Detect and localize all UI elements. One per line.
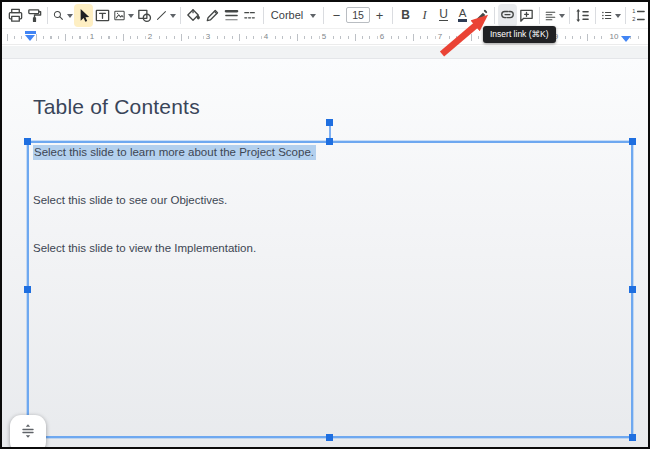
border-weight-icon — [223, 7, 240, 24]
first-line-indent-icon — [25, 31, 36, 34]
zoom-button[interactable] — [51, 4, 74, 27]
chevron-down-icon — [615, 14, 621, 21]
resize-handle-bottom-middle[interactable] — [326, 434, 333, 441]
slide-title[interactable]: Table of Contents — [33, 95, 200, 119]
font-size-input[interactable] — [346, 7, 370, 23]
workspace: Table of Contents Select this slide to l… — [2, 46, 648, 447]
numbered-list-icon: 12 — [630, 7, 647, 24]
text-box[interactable]: Select this slide to learn more about th… — [27, 141, 633, 438]
numbered-list-button[interactable]: 12 — [629, 4, 648, 27]
ruler-mark: 6 — [378, 32, 386, 42]
resize-handle-bottom-right[interactable] — [629, 434, 636, 441]
textbox-line[interactable]: Select this slide to learn more about th… — [33, 145, 625, 160]
toolbar-divider — [392, 7, 393, 24]
insert-image-icon — [113, 7, 126, 24]
increase-font-size-button[interactable]: + — [370, 4, 389, 27]
insert-line-button[interactable] — [154, 4, 177, 27]
add-comment-button[interactable] — [517, 4, 536, 27]
insert-link-tooltip: Insert link (⌘K) — [483, 26, 556, 43]
resize-handle-middle-right[interactable] — [629, 286, 636, 293]
paint-format-button[interactable] — [25, 4, 44, 27]
ruler-mark: 1 — [88, 32, 96, 42]
autofit-button[interactable] — [10, 415, 46, 449]
text-color-button[interactable]: A — [453, 4, 472, 27]
bulleted-list-button[interactable] — [599, 4, 622, 27]
print-button[interactable] — [6, 4, 25, 27]
toolbar-divider — [263, 7, 264, 24]
italic-button[interactable]: I — [415, 4, 434, 27]
insert-link-button[interactable] — [498, 4, 517, 27]
insert-shape-icon — [136, 7, 153, 24]
ruler-mark: 7 — [436, 32, 444, 42]
toolbar-divider — [494, 7, 495, 24]
align-button[interactable] — [543, 4, 566, 27]
ruler-mark: 5 — [320, 32, 328, 42]
select-tool-button[interactable] — [74, 4, 93, 27]
svg-text:1: 1 — [632, 8, 635, 14]
font-family-selector[interactable]: Corbel — [267, 4, 320, 27]
toolbar: Corbel − + B I U A — [2, 2, 648, 29]
resize-handle-top-middle[interactable] — [326, 138, 333, 145]
text-box-icon — [94, 7, 111, 24]
toolbar-divider — [323, 7, 324, 24]
textbox-line[interactable]: Select this slide to view the Implementa… — [33, 241, 625, 256]
highlight-color-icon — [473, 7, 490, 24]
line-spacing-button[interactable] — [573, 4, 592, 27]
print-icon — [7, 7, 24, 24]
ruler-mark: 4 — [262, 32, 270, 42]
add-comment-icon — [518, 7, 535, 24]
autofit-icon — [19, 422, 37, 440]
chevron-down-icon — [128, 14, 134, 21]
border-dash-button[interactable] — [241, 4, 260, 27]
rotation-handle[interactable] — [326, 119, 333, 126]
border-color-icon — [204, 7, 221, 24]
bulleted-list-icon — [600, 7, 613, 24]
right-indent-marker[interactable] — [621, 36, 631, 42]
resize-handle-middle-left[interactable] — [24, 286, 31, 293]
toolbar-divider — [539, 7, 540, 24]
ruler-mark: 3 — [204, 32, 212, 42]
fill-color-icon — [185, 7, 202, 24]
chevron-down-icon — [310, 14, 316, 21]
toolbar-divider — [569, 7, 570, 24]
resize-handle-top-right[interactable] — [629, 138, 636, 145]
toolbar-divider — [595, 7, 596, 24]
svg-text:2: 2 — [632, 16, 635, 22]
left-indent-marker[interactable] — [25, 31, 36, 41]
zoom-icon — [52, 7, 65, 24]
insert-link-icon — [499, 7, 516, 24]
underline-icon: U — [439, 9, 448, 21]
insert-shape-button[interactable] — [135, 4, 154, 27]
border-weight-button[interactable] — [222, 4, 241, 27]
chevron-down-icon — [67, 14, 73, 21]
border-dash-icon — [242, 7, 259, 24]
bold-icon: B — [401, 8, 410, 22]
line-spacing-icon — [574, 7, 591, 24]
textbox-line[interactable]: Select this slide to see our Objectives. — [33, 193, 625, 208]
chevron-down-icon — [559, 14, 565, 21]
selected-text[interactable]: Select this slide to learn more about th… — [33, 145, 316, 160]
text-box-button[interactable] — [93, 4, 112, 27]
slide-canvas[interactable]: Table of Contents Select this slide to l… — [2, 58, 648, 447]
text-color-icon: A — [458, 8, 468, 22]
select-cursor-icon — [75, 7, 92, 24]
resize-handle-top-left[interactable] — [24, 138, 31, 145]
align-icon — [544, 7, 557, 24]
app-window: Corbel − + B I U A — [0, 0, 650, 449]
paint-format-icon — [26, 7, 43, 24]
font-family-value: Corbel — [271, 9, 303, 21]
toolbar-divider — [180, 7, 181, 24]
bold-button[interactable]: B — [396, 4, 415, 27]
insert-image-button[interactable] — [112, 4, 135, 27]
insert-line-icon — [155, 7, 168, 24]
italic-icon: I — [423, 8, 427, 23]
toolbar-divider — [625, 7, 626, 24]
underline-button[interactable]: U — [434, 4, 453, 27]
border-color-button[interactable] — [203, 4, 222, 27]
toolbar-divider — [47, 7, 48, 24]
highlight-color-button[interactable] — [472, 4, 491, 27]
ruler-mark: 2 — [146, 32, 154, 42]
fill-color-button[interactable] — [184, 4, 203, 27]
decrease-font-size-button[interactable]: − — [327, 4, 346, 27]
ruler-mark: 10 — [608, 32, 621, 42]
